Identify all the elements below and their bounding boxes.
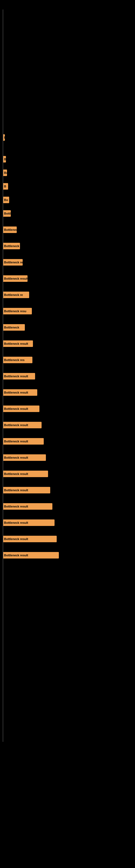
bar-row: Bottleneck — [3, 324, 25, 331]
bar-label: Bottleneck result — [4, 158, 6, 161]
bar-row: Bottleneck result — [3, 487, 50, 493]
bar: Bottleneck re — [3, 291, 29, 298]
bar: Bottleneck result — [3, 487, 50, 493]
bar-row: Bottleneck result — [3, 503, 52, 510]
bar: Bottleneck result — [3, 422, 42, 428]
bar: Bottleneck — [3, 243, 20, 249]
bar-row: Bottleneck result — [3, 275, 28, 282]
bar: Bottleneck result — [3, 438, 44, 444]
bar: Bottleneck result — [3, 373, 35, 379]
bar-label: Bottleneck result — [4, 489, 28, 492]
bar: Bottleneck result — [3, 405, 39, 412]
bar-row: Bottleneck result — [3, 422, 42, 428]
site-title — [0, 0, 135, 4]
bar-row: B — [3, 183, 8, 190]
bar: Bottleneck result — [3, 454, 46, 461]
bar-label: Bo — [4, 198, 8, 202]
bar: Bottleneck result — [3, 389, 37, 396]
bar-row: Bottleneck re — [3, 259, 23, 266]
bar-label: Bottleneck result — [4, 440, 28, 443]
bar-row: Bottleneck res — [3, 357, 32, 363]
bar-label: Bo — [4, 171, 7, 175]
bar-row: Bottleneck result — [3, 389, 37, 396]
bar: Bottleneck result — [3, 134, 5, 141]
bar: B — [3, 183, 8, 190]
bar-label: Bottleneck r — [4, 228, 17, 231]
bar-row: Bottleneck result — [3, 454, 46, 461]
bar: Bottleneck result — [3, 503, 52, 510]
bar-row: Bottleneck result — [3, 156, 6, 162]
bar-row: Bo — [3, 197, 9, 203]
bar-row: Bottleneck r — [3, 226, 17, 233]
bar-row: Bo — [3, 169, 7, 176]
bar-label: Bottleneck result — [4, 505, 28, 508]
bar-label: Bottleneck result — [4, 456, 28, 459]
bar-row: Bottleneck result — [3, 373, 35, 379]
bar-label: Bottleneck re — [4, 293, 23, 297]
bar-label: Bottlen — [4, 212, 11, 215]
bar-row: Bottleneck result — [3, 552, 59, 558]
bar: Bottlen — [3, 210, 11, 217]
bar: Bottleneck result — [3, 520, 54, 526]
bar-row: Bottleneck result — [3, 438, 44, 444]
bar-row: Bottleneck result — [3, 134, 5, 141]
bar-row: Bottleneck result — [3, 536, 57, 542]
bar: Bo — [3, 197, 9, 203]
bar-label: Bottleneck res — [4, 358, 25, 362]
bar-label: Bottleneck — [4, 326, 19, 329]
bar-label: Bottleneck result — [4, 277, 28, 280]
bar: Bottleneck result — [3, 552, 59, 558]
bar-label: Bottleneck result — [4, 136, 5, 139]
bar-label: Bottleneck result — [4, 472, 28, 475]
bar: Bottleneck r — [3, 226, 17, 233]
bar-label: Bottleneck resu — [4, 310, 27, 313]
bar-label: Bottleneck re — [4, 261, 23, 264]
bar-row: Bottleneck result — [3, 405, 39, 412]
bar-row: Bottleneck result — [3, 471, 48, 477]
bar-label: Bottleneck result — [4, 407, 28, 410]
bar-row: Bottleneck result — [3, 520, 54, 526]
bar: Bottleneck — [3, 324, 25, 331]
bar-label: B — [4, 185, 6, 188]
bar-row: Bottleneck resu — [3, 308, 32, 314]
bar: Bottleneck result — [3, 340, 33, 347]
bar: Bottleneck re — [3, 259, 23, 266]
bar: Bottleneck resu — [3, 308, 32, 314]
bar: Bottleneck result — [3, 156, 6, 162]
bar-label: Bottleneck result — [4, 391, 28, 394]
bar: Bo — [3, 169, 7, 176]
bar-row: Bottleneck result — [3, 340, 33, 347]
bar-label: Bottleneck result — [4, 554, 28, 557]
bar-label: Bottleneck result — [4, 342, 28, 345]
bar-label: Bottleneck result — [4, 521, 28, 524]
bar-label: Bottleneck result — [4, 537, 28, 540]
bar: Bottleneck result — [3, 536, 57, 542]
bar-row: Bottleneck — [3, 243, 20, 249]
bar: Bottleneck result — [3, 275, 28, 282]
bar-label: Bottleneck result — [4, 424, 28, 427]
bar-label: Bottleneck — [4, 244, 19, 248]
chart-area: Bottleneck resultBottleneck resultBoBBoB… — [0, 4, 135, 764]
bar: Bottleneck res — [3, 357, 32, 363]
bar-label: Bottleneck result — [4, 375, 28, 378]
bar: Bottleneck result — [3, 471, 48, 477]
bar-row: Bottlen — [3, 210, 11, 217]
bar-row: Bottleneck re — [3, 291, 29, 298]
